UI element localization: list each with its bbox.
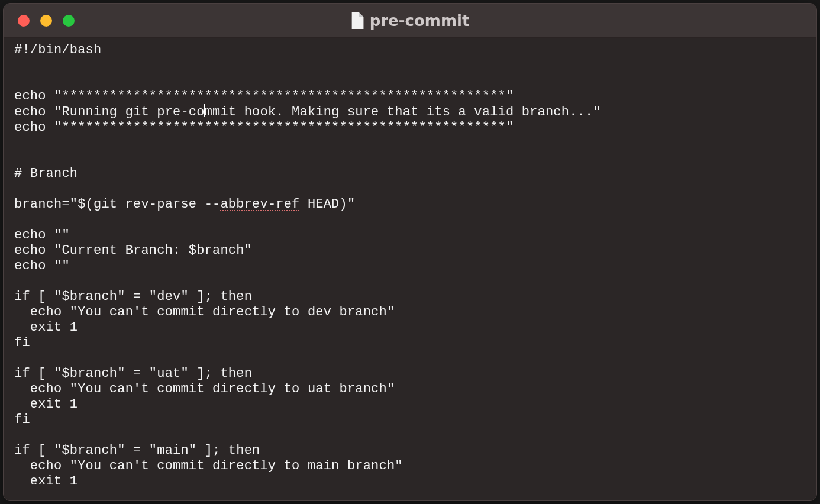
code-line: echo "" — [14, 259, 70, 273]
traffic-lights — [4, 15, 75, 27]
code-line-part: echo "Running git pre-co — [14, 105, 205, 119]
code-line: if [ "$branch" = "uat" ]; then — [14, 366, 252, 381]
code-line: # Branch — [14, 166, 78, 181]
code-line: exit 1 — [14, 397, 78, 412]
code-line: echo "You can't commit directly to uat b… — [14, 382, 395, 396]
text-editor[interactable]: #!/bin/bash echo "**********************… — [4, 38, 816, 500]
code-line: echo "**********************************… — [14, 89, 514, 104]
close-button[interactable] — [18, 15, 30, 27]
code-line: if [ "$branch" = "dev" ]; then — [14, 289, 252, 304]
code-line-part: mmit hook. Making sure that its a valid … — [205, 105, 601, 119]
code-line: fi — [14, 335, 30, 350]
code-line: echo "Current Branch: $branch" — [14, 243, 252, 258]
code-line: if [ "$branch" = "main" ]; then — [14, 443, 260, 458]
code-line: fi — [14, 412, 30, 427]
spell-error: abbrev-ref — [220, 197, 299, 212]
zoom-button[interactable] — [63, 15, 75, 27]
minimize-button[interactable] — [40, 15, 52, 27]
code-line: exit 1 — [14, 320, 78, 335]
code-line: echo "**********************************… — [14, 120, 514, 135]
code-line-part: branch="$(git rev-parse -- — [14, 197, 220, 212]
titlebar[interactable]: pre-commit — [4, 4, 816, 38]
file-icon — [351, 12, 364, 29]
code-line: echo "You can't commit directly to dev b… — [14, 305, 395, 319]
code-line-part: HEAD)" — [300, 197, 356, 212]
code-line: exit 1 — [14, 474, 78, 489]
code-line: echo "" — [14, 228, 70, 243]
editor-window: pre-commit #!/bin/bash echo "***********… — [3, 3, 817, 501]
code-line: #!/bin/bash — [14, 43, 101, 57]
window-title: pre-commit — [370, 12, 470, 30]
window-title-group: pre-commit — [351, 12, 470, 30]
code-line: echo "You can't commit directly to main … — [14, 458, 403, 473]
